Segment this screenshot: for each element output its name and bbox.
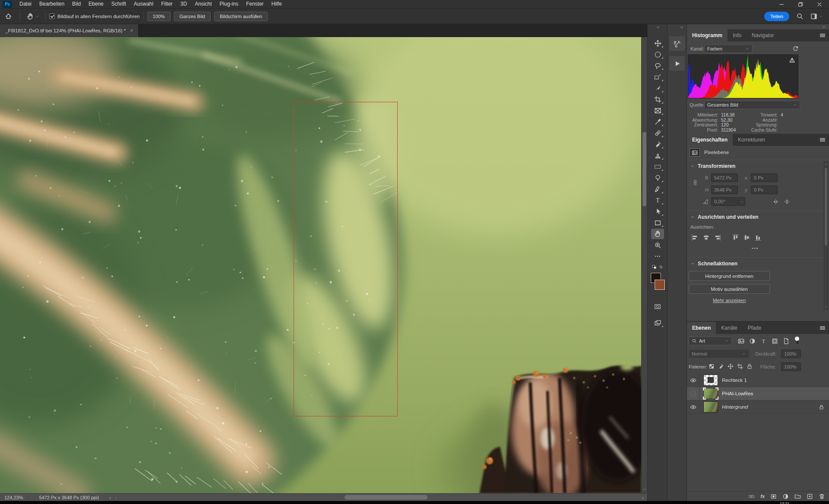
lock-pixels-icon[interactable]	[718, 363, 724, 369]
tab-eigenschaften[interactable]: Eigenschaften	[687, 134, 733, 146]
type-tool[interactable]	[651, 195, 664, 205]
tab-histogramm[interactable]: Histogramm	[687, 29, 728, 41]
link-dimensions-icon[interactable]	[692, 180, 698, 186]
layer-filter-toggle[interactable]	[795, 337, 800, 345]
properties-scrollbar[interactable]	[824, 161, 828, 310]
align-right-icon[interactable]	[714, 234, 721, 241]
panel-menu-icon[interactable]	[819, 32, 826, 39]
refresh-histogram-icon[interactable]	[792, 45, 799, 52]
scroll-down-icon[interactable]	[642, 487, 647, 492]
layer-row-hintergrund[interactable]: Hintergrund	[687, 400, 829, 414]
menu-fenster[interactable]: Fenster	[242, 0, 268, 8]
menu-auswahl[interactable]: Auswahl	[130, 0, 157, 8]
document-tab[interactable]: _F9I1812_DxO.tif bei 124% (PHAI-LowRes, …	[0, 24, 139, 37]
visibility-toggle[interactable]	[687, 374, 700, 387]
angle-dropdown[interactable]	[738, 197, 745, 206]
show-more-link[interactable]: Mehr anzeigen	[689, 298, 770, 303]
fill-screen-button[interactable]: Bildschirm ausfüllen	[214, 12, 268, 21]
share-button[interactable]: Teilen	[764, 12, 789, 21]
actions-panel-icon[interactable]	[669, 56, 685, 71]
menu-schrift[interactable]: Schrift	[108, 0, 130, 8]
menu-ebene[interactable]: Ebene	[85, 0, 108, 8]
lock-artboard-icon[interactable]	[737, 363, 743, 369]
collapse-toolbar-icon[interactable]	[655, 25, 660, 30]
layer-name[interactable]: Hintergrund	[722, 404, 748, 410]
flip-vertical-icon[interactable]	[784, 198, 790, 205]
canvas[interactable]	[0, 37, 641, 493]
home-button[interactable]	[0, 13, 16, 20]
scroll-up-icon[interactable]	[824, 162, 828, 166]
layer-filter-search[interactable]: Art	[689, 337, 732, 345]
tab-info[interactable]: Info	[728, 29, 747, 41]
menu-hilfe[interactable]: Hilfe	[268, 0, 286, 8]
visibility-toggle-off[interactable]	[687, 387, 700, 400]
hand-tool-options-icon[interactable]	[24, 13, 42, 20]
minimize-button[interactable]	[772, 0, 791, 9]
tab-kanaele[interactable]: Kanäle	[716, 322, 742, 334]
filter-shape-layers-icon[interactable]	[772, 338, 778, 344]
filter-adjustment-layers-icon[interactable]	[749, 338, 756, 344]
lock-all-icon[interactable]	[747, 363, 753, 369]
tab-korrekturen[interactable]: Korrekturen	[733, 134, 770, 146]
uncached-warning-icon[interactable]	[789, 57, 795, 63]
healing-brush-tool[interactable]	[651, 128, 664, 138]
brush-settings-panel-icon[interactable]	[669, 36, 685, 51]
new-layer-icon[interactable]	[807, 493, 813, 500]
align-more-button[interactable]: •••	[752, 246, 759, 251]
new-adjustment-layer-icon[interactable]	[782, 493, 789, 500]
scrollbar-thumb[interactable]	[825, 168, 827, 246]
tab-navigator[interactable]: Navigator	[747, 29, 779, 41]
layer-thumbnail[interactable]	[703, 388, 718, 399]
menu-filter[interactable]: Filter	[157, 0, 177, 8]
dodge-tool[interactable]	[651, 173, 664, 183]
align-section-header[interactable]: Ausrichten und verteilen	[690, 214, 759, 220]
link-layers-icon[interactable]	[748, 493, 755, 500]
rectangle-selection-outline[interactable]	[294, 102, 398, 416]
layer-row-rechteck1[interactable]: Rechteck 1	[687, 374, 829, 387]
select-subject-button[interactable]: Motiv auswählen	[689, 284, 770, 294]
align-middle-v-icon[interactable]	[743, 234, 750, 241]
menu-bild[interactable]: Bild	[68, 0, 85, 8]
zoom-level[interactable]: 124,23%	[0, 495, 27, 500]
hand-tool[interactable]	[651, 229, 664, 239]
scroll-right-icon[interactable]: ›	[642, 495, 644, 500]
menu-datei[interactable]: Datei	[16, 0, 35, 8]
scroll-down-icon[interactable]	[824, 305, 828, 309]
frame-tool[interactable]	[651, 105, 664, 116]
checkbox-checked-icon[interactable]	[49, 13, 55, 19]
edit-toolbar-icon[interactable]	[651, 251, 664, 261]
fit-screen-button[interactable]: Ganzes Bild	[174, 12, 211, 21]
path-selection-tool[interactable]	[651, 206, 664, 217]
add-mask-icon[interactable]	[770, 493, 777, 500]
default-colors-icon[interactable]	[651, 263, 664, 271]
move-tool[interactable]	[651, 38, 664, 48]
layer-name[interactable]: PHAI-LowRes	[722, 391, 753, 396]
quick-selection-tool[interactable]	[651, 83, 664, 93]
align-center-h-icon[interactable]	[702, 234, 710, 241]
rectangle-tool[interactable]	[651, 217, 664, 228]
visibility-toggle[interactable]	[687, 400, 700, 413]
lasso-tool[interactable]	[651, 60, 664, 71]
clone-stamp-tool[interactable]	[651, 150, 664, 161]
align-top-icon[interactable]	[732, 234, 739, 241]
close-button[interactable]	[810, 0, 829, 9]
align-left-icon[interactable]	[691, 234, 699, 241]
object-selection-tool[interactable]	[651, 72, 664, 82]
crop-tool[interactable]	[651, 94, 664, 104]
align-bottom-icon[interactable]	[754, 234, 762, 241]
delete-layer-icon[interactable]	[819, 493, 825, 500]
brush-tool[interactable]	[651, 139, 664, 149]
quick-mask-icon[interactable]	[651, 301, 664, 312]
photoshop-logo[interactable]: Ps	[3, 1, 12, 8]
tab-pfade[interactable]: Pfade	[743, 322, 766, 334]
close-tab-icon[interactable]: ×	[130, 28, 133, 34]
channel-select[interactable]: Farben	[704, 44, 753, 53]
screen-mode-icon[interactable]	[651, 318, 664, 328]
vertical-scrollbar-thumb[interactable]	[642, 132, 646, 206]
background-color-swatch[interactable]	[655, 280, 665, 290]
workspace-switcher[interactable]	[810, 13, 823, 20]
menu-plugins[interactable]: Plug-ins	[216, 0, 242, 8]
status-prev-icon[interactable]: ‹	[115, 495, 117, 500]
tab-ebenen[interactable]: Ebenen	[687, 322, 716, 334]
filter-type-layers-icon[interactable]	[760, 338, 767, 344]
